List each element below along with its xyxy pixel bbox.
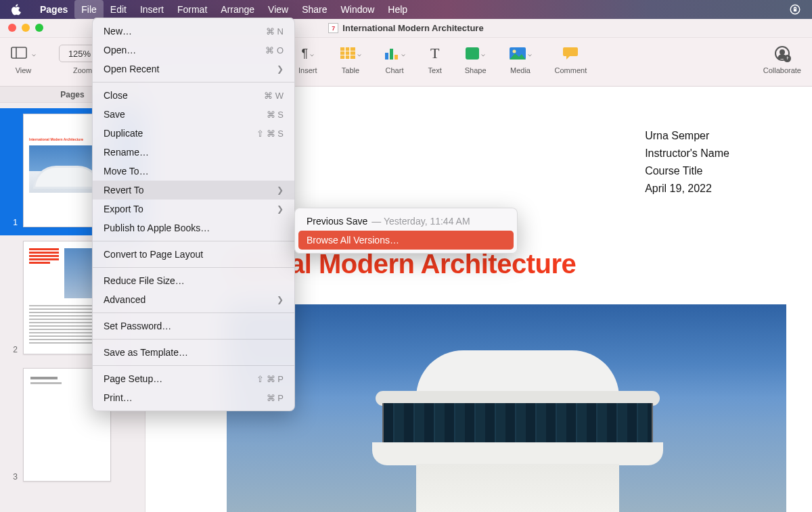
comment-icon	[563, 45, 578, 62]
file-menu-advanced[interactable]: Advanced❯	[93, 290, 294, 309]
previous-save-label: Previous Save	[307, 216, 367, 227]
toolbar-media[interactable]: ⌵ Media	[510, 45, 532, 74]
svg-rect-6	[340, 55, 355, 59]
file-menu-revert-to[interactable]: Revert To❯	[93, 181, 294, 200]
menu-file[interactable]: File	[74, 0, 104, 19]
collaborate-icon: +	[775, 45, 790, 62]
file-menu-move-to[interactable]: Move To…	[93, 162, 294, 181]
file-menu-set-password[interactable]: Set Password…	[93, 317, 294, 335]
menu-item-shortcut: ⇧ ⌘ P	[256, 374, 284, 384]
toolbar-table-label: Table	[342, 66, 359, 74]
submenu-previous-save[interactable]: Previous Save — Yesterday, 11:44 AM	[298, 212, 514, 231]
toolbar-text[interactable]: T Text	[428, 45, 442, 74]
submenu-browse-versions[interactable]: Browse All Versions…	[298, 231, 514, 250]
svg-rect-10	[390, 49, 393, 60]
previous-save-timestamp: — Yesterday, 11:44 AM	[371, 216, 470, 227]
file-menu-page-setup[interactable]: Page Setup…⇧ ⌘ P	[93, 369, 294, 388]
menu-item-label: Rename…	[104, 147, 149, 158]
menu-separator	[93, 267, 294, 268]
file-menu-print[interactable]: Print…⌘ P	[93, 388, 294, 407]
svg-rect-11	[394, 55, 398, 60]
toolbar-shape[interactable]: ⌵ Shape	[465, 45, 487, 74]
chevron-right-icon: ❯	[277, 185, 284, 195]
toolbar-collaborate[interactable]: + Collaborate	[763, 45, 801, 74]
toolbar-shape-label: Shape	[465, 66, 487, 74]
window-close-button[interactable]	[8, 24, 16, 32]
file-menu-open-recent[interactable]: Open Recent❯	[93, 60, 294, 78]
file-menu-close[interactable]: Close⌘ W	[93, 86, 294, 105]
toolbar-insert-label: Insert	[298, 66, 317, 74]
toolbar-view[interactable]: ⌵ View	[11, 45, 36, 74]
document-proxy-icon[interactable]: 7	[328, 23, 338, 33]
file-menu-convert-to-page-layout[interactable]: Convert to Page Layout	[93, 245, 294, 264]
document-header-block: Urna Semper Instructor's Name Course Tit…	[645, 127, 729, 197]
chevron-right-icon: ❯	[277, 64, 284, 74]
window-zoom-button[interactable]	[35, 24, 43, 32]
menu-item-label: Page Setup…	[104, 373, 162, 384]
file-menu-open[interactable]: Open…⌘ O	[93, 41, 294, 60]
menu-item-label: Save	[104, 109, 125, 120]
menu-window[interactable]: Window	[334, 0, 382, 19]
menu-format[interactable]: Format	[171, 0, 214, 19]
doc-author: Urna Semper	[645, 127, 729, 145]
menu-item-label: Revert To	[104, 185, 144, 195]
menu-item-label: New…	[104, 26, 132, 37]
menu-separator	[93, 339, 294, 340]
menu-item-label: Export To	[104, 204, 143, 214]
menu-item-shortcut: ⌘ O	[265, 45, 284, 55]
menu-item-label: Save as Template…	[104, 347, 188, 358]
menu-share[interactable]: Share	[295, 0, 334, 19]
menu-item-shortcut: ⌘ S	[267, 110, 284, 120]
lock-menubar-icon[interactable]	[789, 3, 801, 16]
menu-item-label: Open…	[104, 45, 136, 55]
toolbar-table[interactable]: ⌵ Table	[340, 45, 361, 74]
menu-view[interactable]: View	[261, 0, 295, 19]
menu-item-label: Convert to Page Layout	[104, 249, 203, 260]
shape-icon: ⌵	[466, 45, 485, 62]
toolbar-chart[interactable]: ⌵ Chart	[384, 45, 405, 74]
browse-versions-label: Browse All Versions…	[307, 235, 399, 246]
document-hero-image	[227, 304, 786, 512]
apple-menu-icon[interactable]	[11, 4, 21, 16]
file-menu-rename[interactable]: Rename…	[93, 143, 294, 162]
doc-instructor: Instructor's Name	[645, 145, 729, 162]
svg-rect-9	[385, 53, 388, 60]
menu-item-shortcut: ⌘ P	[267, 393, 284, 403]
toolbar-text-label: Text	[428, 66, 442, 74]
app-menu-pages[interactable]: Pages	[33, 0, 74, 19]
window-minimize-button[interactable]	[22, 24, 30, 32]
file-menu-save-as-template[interactable]: Save as Template…	[93, 343, 294, 362]
file-menu-save[interactable]: Save⌘ S	[93, 105, 294, 124]
svg-rect-5	[340, 51, 355, 55]
svg-rect-4	[340, 47, 355, 51]
file-menu-reduce-file-size[interactable]: Reduce File Size…	[93, 271, 294, 290]
system-menubar: Pages File Edit Insert Format Arrange Vi…	[0, 0, 812, 19]
file-menu-duplicate[interactable]: Duplicate⇧ ⌘ S	[93, 124, 294, 143]
file-menu-export-to[interactable]: Export To❯	[93, 200, 294, 218]
svg-point-13	[512, 50, 516, 53]
file-menu-new[interactable]: New…⌘ N	[93, 22, 294, 41]
menu-item-label: Duplicate	[104, 128, 143, 139]
chevron-right-icon: ❯	[277, 204, 284, 214]
toolbar-zoom-label: Zoom	[73, 66, 92, 74]
file-menu-publish-to-apple-books[interactable]: Publish to Apple Books…	[93, 218, 294, 237]
menu-separator	[93, 82, 294, 83]
view-icon: ⌵	[11, 45, 36, 62]
menu-item-label: Close	[104, 90, 128, 101]
table-icon: ⌵	[340, 45, 361, 62]
menu-separator	[93, 312, 294, 313]
toolbar-insert[interactable]: ¶⌵ Insert	[298, 45, 317, 74]
menu-edit[interactable]: Edit	[104, 0, 133, 19]
chart-icon: ⌵	[384, 45, 405, 62]
menu-item-label: Print…	[104, 392, 133, 403]
doc-date: April 19, 2022	[645, 180, 729, 197]
zoom-value: 125%	[68, 49, 91, 59]
menu-help[interactable]: Help	[381, 0, 414, 19]
toolbar-comment[interactable]: Comment	[555, 45, 587, 74]
menu-arrange[interactable]: Arrange	[214, 0, 261, 19]
menu-item-shortcut: ⇧ ⌘ S	[256, 129, 284, 139]
toolbar-media-label: Media	[510, 66, 531, 74]
menu-insert[interactable]: Insert	[133, 0, 171, 19]
page-number: 1	[9, 218, 18, 227]
svg-rect-2	[12, 47, 26, 58]
